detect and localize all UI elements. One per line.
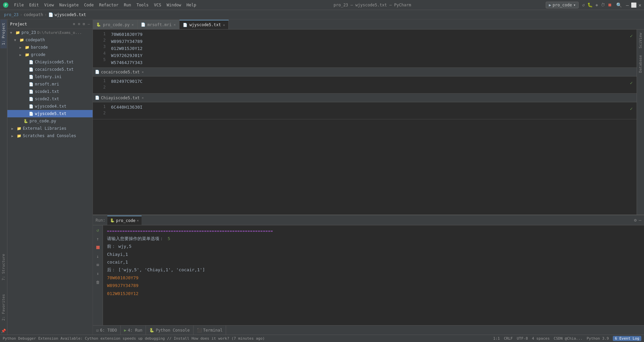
tree-item-chiayiscode5[interactable]: 📄 Chiayiscode5.txt [7, 58, 93, 66]
breadcrumb: pro_23 › codepath › 📄 wjyscode5.txt [0, 10, 644, 19]
code-content-wjyscode5[interactable]: 12345 70W6010J0Y79 W899J7Y34789 012W015J… [93, 30, 637, 67]
code-content-cocairs[interactable]: 12 802497C9017C ✓ [93, 76, 637, 93]
txt-file-icon: 📄 [29, 60, 34, 64]
pane-tab-label-cocairs[interactable]: cocairscode5.txt [101, 70, 140, 74]
tree-item-scratches[interactable]: ▶ 📁 Scratches and Consoles [7, 132, 93, 139]
menu-help[interactable]: Help [184, 2, 199, 8]
run-output[interactable]: ========================================… [103, 225, 644, 325]
menu-run[interactable]: Run [121, 2, 134, 8]
titlebar: P File Edit View Navigate Code Refactor … [0, 0, 644, 10]
left-tab-structure[interactable]: 7: Structure [0, 250, 7, 284]
close-button[interactable]: ✕ [639, 2, 641, 8]
right-tab-sciview[interactable]: SciView [637, 30, 644, 52]
status-position: 1:1 [493, 336, 500, 341]
close-pane-icon[interactable]: ✕ [142, 70, 144, 74]
stop-run-button[interactable] [96, 246, 100, 249]
bottom-tab-python-console[interactable]: 🐍 Python Console [146, 326, 193, 335]
menu-refactor[interactable]: Refactor [96, 2, 121, 8]
editor-panes: 12345 70W6010J0Y79 W899J7Y34789 012W015J… [93, 30, 644, 215]
bottom-tab-terminal[interactable]: ⬛ Terminal [194, 326, 226, 335]
maximize-button[interactable]: ⬜ [631, 2, 637, 8]
tab-wjyscode5[interactable]: 📄 wjyscode5.txt ✕ [179, 20, 229, 29]
folder-icon: 📁 [25, 53, 30, 57]
code-line-2: W899J7Y34789 [111, 38, 630, 45]
run-header: Run: 🐍 pro_code ✕ ⚙ — [93, 215, 644, 225]
tree-item-pro23[interactable]: ▼ 📁 pro_23 D:\future\Exams_o... [7, 29, 93, 36]
menu-view[interactable]: View [42, 2, 57, 8]
clear-output-button[interactable]: 🗑 [95, 279, 101, 286]
tree-item-pro-code[interactable]: 🐍 pro_code.py [7, 117, 93, 125]
collapse-icon[interactable]: — [639, 218, 641, 223]
tree-item-wjyscode5[interactable]: 📄 wjyscode5.txt [7, 110, 93, 117]
run-tab-pro-code[interactable]: 🐍 pro_code ✕ [107, 216, 142, 225]
todo-icon: ☑ [96, 328, 99, 333]
window-controls: — ⬜ ✕ [626, 2, 641, 8]
minimize-panel-icon[interactable]: — [88, 22, 90, 26]
event-log-badge[interactable]: 6 Event Log [613, 336, 641, 341]
tree-item-mrsoft[interactable]: 📄 mrsoft.mri [7, 80, 93, 88]
bug-icon[interactable]: 🐛 [587, 2, 593, 7]
settings-icon[interactable]: ⚙ [634, 218, 637, 223]
close-tab-icon[interactable]: ✕ [131, 23, 133, 26]
menu-navigate[interactable]: Navigate [57, 2, 82, 8]
editor-pane-wjyscode5: 12345 70W6010J0Y79 W899J7Y34789 012W015J… [93, 30, 637, 68]
bottom-tab-run[interactable]: ▶ 4: Run [121, 326, 146, 335]
menu-code[interactable]: Code [82, 2, 97, 8]
tree-item-barcode[interactable]: ▶ 📁 barcode [7, 44, 93, 51]
code-lines-chiayi[interactable]: 6C440H13630I [110, 104, 630, 118]
menu-edit[interactable]: Edit [26, 2, 42, 8]
tree-label-wjyscode4: wjyscode4.txt [35, 104, 66, 109]
breadcrumb-path1[interactable]: codepath [24, 12, 43, 17]
rerun-button[interactable]: ↺ [95, 227, 101, 233]
tree-label-codepath: codepath [25, 38, 45, 42]
tree-item-external-libs[interactable]: ▶ 📁 External Libraries [7, 125, 93, 132]
menu-file[interactable]: File [11, 2, 26, 8]
left-tab-project[interactable]: 1: Project [0, 19, 7, 48]
menu-tools[interactable]: Tools [134, 2, 151, 8]
external-link-icon[interactable]: ⊕ [73, 22, 75, 26]
tab-pro-code[interactable]: 🐍 pro_code.py ✕ [93, 20, 138, 29]
close-run-tab-icon[interactable]: ✕ [137, 219, 139, 222]
close-tab-icon[interactable]: ✕ [174, 23, 176, 26]
breadcrumb-file[interactable]: wjyscode5.txt [55, 12, 86, 17]
tree-item-wjyscode4[interactable]: 📄 wjyscode4.txt [7, 103, 93, 110]
breadcrumb-project[interactable]: pro_23 [4, 12, 18, 17]
minimize-button[interactable]: — [626, 2, 629, 8]
bottom-tab-todo[interactable]: ☑ 6: TODO [93, 326, 121, 335]
code-content-chiayi[interactable]: 12 6C440H13630I ✓ [93, 102, 637, 119]
tree-item-cocairscode5[interactable]: 📄 cocairscode5.txt [7, 66, 93, 73]
search-everywhere-icon[interactable]: 🔍 [616, 2, 622, 8]
close-tab-icon[interactable]: ✕ [223, 23, 225, 27]
tree-item-grcode[interactable]: ▶ 📁 grcode [7, 51, 93, 58]
scroll-up-button[interactable]: ↑ [95, 235, 101, 242]
project-icon: 📁 [15, 31, 20, 35]
right-tab-database[interactable]: Database [637, 52, 644, 76]
code-lines-wjyscode5[interactable]: 70W6010J0Y79 W899J7Y34789 012W015J0Y12 W… [110, 31, 630, 66]
tree-item-scode2[interactable]: 📄 scode2.txt [7, 95, 93, 103]
left-tab-favorites[interactable]: 2: Favorites [0, 291, 7, 324]
pane-tab-label-chiayi[interactable]: Chiayiscode5.txt [101, 96, 140, 100]
tree-item-codepath[interactable]: ▼ 📁 codepath [7, 36, 93, 44]
coverage-icon[interactable]: ◈ [595, 2, 598, 7]
menu-window[interactable]: Window [164, 2, 184, 8]
pin-icon[interactable]: 📌 [0, 327, 7, 335]
profiler-icon[interactable]: ⏱ [601, 2, 605, 7]
run-config-selector[interactable]: ▶ pro_code ▾ [546, 2, 579, 8]
close-pane-icon[interactable]: ✕ [142, 96, 144, 100]
code-lines-cocairs[interactable]: 802497C9017C [110, 78, 630, 92]
layout-icon[interactable]: ⊞ [83, 22, 85, 26]
scroll-down-button[interactable]: ↓ [95, 253, 101, 260]
tab-mrsoft[interactable]: 📄 mrsoft.mri ✕ [138, 20, 179, 29]
folder-icon: 📁 [17, 126, 21, 131]
stop-icon[interactable]: ⏹ [608, 2, 612, 7]
gear-icon[interactable]: ⚙ [78, 22, 80, 26]
wrap-output-button[interactable]: ↕ [95, 270, 101, 277]
tree-item-scode1[interactable]: 📄 scode1.txt [7, 88, 93, 95]
menu-vcs[interactable]: VCS [151, 2, 164, 8]
pin-output-button[interactable]: ⊞ [95, 262, 101, 268]
txt-icon: 📄 [95, 96, 100, 100]
arrow-right-icon: ▶ [19, 53, 23, 57]
line-numbers-wjyscode5: 12345 [93, 31, 110, 66]
tree-item-lottery-ini[interactable]: 📄 lottery.ini [7, 73, 93, 80]
refresh-icon[interactable]: ↺ [582, 2, 585, 7]
